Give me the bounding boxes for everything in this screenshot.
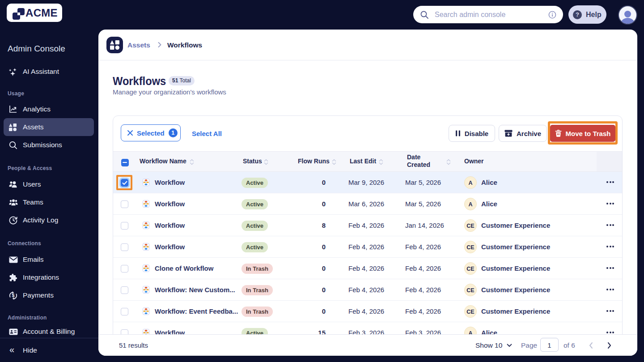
svg-text:$: $ bbox=[12, 293, 15, 298]
